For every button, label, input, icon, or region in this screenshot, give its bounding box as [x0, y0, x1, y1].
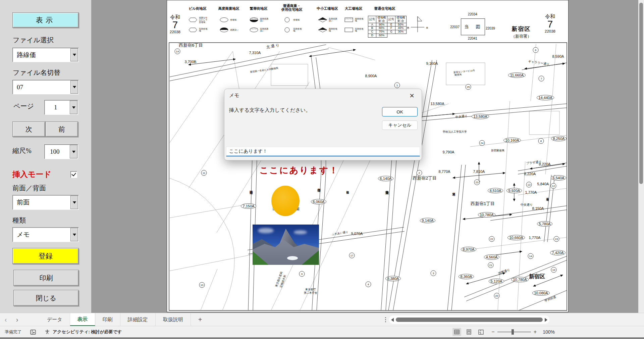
svg-text:1: 1: [396, 84, 398, 87]
display-settings-icon[interactable]: [30, 330, 36, 335]
add-sheet-button[interactable]: +: [191, 313, 210, 326]
ok-button[interactable]: OK: [382, 107, 418, 116]
inserted-ellipse-shape[interactable]: [271, 186, 300, 216]
front-back-dropdown[interactable]: 前面: [12, 195, 79, 210]
inserted-mountain-photo[interactable]: [253, 225, 319, 265]
close-button[interactable]: 閉じる: [13, 290, 79, 306]
file-switch-dropdown[interactable]: 07: [12, 80, 79, 94]
dropdown-arrow-icon[interactable]: [70, 228, 78, 241]
map-label: 4,560A: [486, 255, 498, 259]
file-select-dropdown[interactable]: 路線価: [12, 48, 79, 62]
more-options-icon[interactable]: [383, 313, 388, 326]
map-label: 8,380A: [387, 277, 399, 281]
svg-text:12: 12: [552, 185, 555, 188]
zoom-in-button[interactable]: +: [534, 329, 537, 335]
map-label: 新宿センタービル内: [453, 69, 475, 74]
dropdown-arrow-icon[interactable]: [70, 48, 78, 61]
vertical-scrollbar-thumb[interactable]: [639, 3, 643, 184]
svg-text:15: 15: [555, 238, 558, 241]
cancel-button[interactable]: キャンセル: [382, 120, 418, 130]
accessibility-icon[interactable]: [45, 329, 50, 335]
print-button[interactable]: 印刷: [13, 270, 79, 286]
map-label: 西新宿6丁目: [179, 43, 203, 48]
map-label: 7,420A: [552, 251, 564, 255]
map-page[interactable]: ビル街地区道路を中心として全地域北側全地域高度商業地区全地域道路沿い繁華街地区南…: [167, 0, 569, 312]
dropdown-arrow-icon[interactable]: [70, 81, 78, 94]
kind-label: 種類: [12, 216, 26, 225]
front-back-label: 前面／背面: [12, 184, 46, 193]
map-label: 11,660A: [510, 73, 524, 77]
sheet-tab-2[interactable]: 表示: [70, 313, 95, 326]
map-label: 三番街通り: [546, 196, 549, 201]
vertical-scrollbar[interactable]: [638, 0, 644, 313]
zoom-slider[interactable]: [497, 332, 531, 332]
zoom-slider-thumb[interactable]: [512, 329, 514, 335]
prev-button[interactable]: 前: [45, 122, 78, 137]
svg-text:4: 4: [368, 283, 369, 286]
sheet-tab-bar: ‹ › データ表示印刷詳細設定取扱説明 +: [0, 313, 644, 326]
map-label: 10,780A: [480, 213, 494, 217]
map-label: 10,160A: [505, 138, 520, 142]
dialog-prompt: 挿入する文字を入力してください。: [229, 107, 311, 113]
map-label: 新宿郵便局: [491, 149, 504, 152]
svg-text:9: 9: [301, 273, 303, 276]
normal-view-icon[interactable]: [452, 328, 461, 336]
scale-dropdown[interactable]: 100: [44, 144, 78, 159]
status-bar: 準備完了 アクセシビリティ: 検討が必要です − + 100%: [0, 326, 644, 338]
map-label: 7,310A: [249, 51, 261, 55]
sheet-tab-1[interactable]: データ: [40, 313, 70, 326]
show-button[interactable]: 表示: [12, 12, 79, 28]
scroll-left-icon[interactable]: [391, 318, 394, 322]
next-button[interactable]: 次: [12, 122, 45, 137]
sheet-nav-next-icon[interactable]: ›: [11, 313, 23, 326]
sheet-tab-5[interactable]: 取扱説明: [156, 313, 191, 326]
street-arrows: [189, 50, 565, 286]
svg-text:14: 14: [176, 50, 179, 53]
accessibility-status[interactable]: アクセシビリティ: 検討が必要です: [53, 329, 122, 335]
svg-text:6: 6: [535, 49, 537, 52]
svg-text:10: 10: [201, 284, 204, 287]
map-label: 5,120A: [491, 279, 503, 283]
kind-dropdown[interactable]: メモ: [12, 227, 79, 242]
page-break-preview-icon[interactable]: [477, 328, 485, 336]
map-label: 5,780A: [539, 222, 551, 226]
page-label: ページ: [13, 102, 34, 111]
sheet-tab-4[interactable]: 詳細設定: [120, 313, 156, 326]
page-layout-view-icon[interactable]: [465, 328, 473, 336]
scroll-right-icon[interactable]: [545, 318, 547, 322]
document-canvas: ビル街地区道路を中心として全地域北側全地域高度商業地区全地域道路沿い繁華街地区南…: [91, 0, 638, 313]
insert-mode-checkbox[interactable]: [70, 171, 77, 178]
map-label: 10,660A: [509, 236, 524, 240]
sheet-nav-prev-icon[interactable]: ‹: [0, 313, 11, 326]
register-button[interactable]: 登録: [12, 248, 79, 264]
checkbox-check-icon: [71, 172, 76, 176]
view-and-zoom-controls: − + 100%: [452, 328, 555, 336]
page-dropdown[interactable]: 1: [44, 100, 78, 115]
map-label: ギャラリー通り: [528, 59, 550, 66]
horizontal-scrollbar[interactable]: [389, 316, 549, 324]
svg-text:3: 3: [433, 272, 434, 275]
close-icon[interactable]: ×: [407, 91, 417, 101]
dropdown-arrow-icon[interactable]: [70, 196, 78, 209]
dropdown-arrow-icon[interactable]: [70, 101, 77, 114]
dropdown-arrow-icon[interactable]: [70, 145, 77, 158]
horizontal-scrollbar-thumb[interactable]: [396, 318, 543, 322]
memo-text-input[interactable]: [226, 147, 420, 156]
map-label: 8,590A: [552, 54, 565, 58]
map-label: 6,540A: [553, 176, 565, 180]
map-label: 7,810A: [473, 170, 485, 174]
map-label: 東京都庁: [305, 288, 316, 291]
svg-text:22: 22: [490, 238, 493, 241]
control-sidebar: 表示 ファイル選択 路線価 ファイル名切替 07 ページ 1 次 前 縮尺% 1…: [0, 0, 91, 313]
map-label: ふれあい通り: [332, 230, 348, 236]
svg-text:14: 14: [529, 255, 532, 258]
zoom-level[interactable]: 100%: [539, 329, 555, 335]
zoom-out-button[interactable]: −: [491, 329, 494, 335]
svg-text:23: 23: [476, 181, 479, 184]
inserted-memo-text[interactable]: ここにあります！: [260, 164, 339, 176]
map-label: 東通り: [452, 190, 456, 196]
svg-text:8: 8: [540, 140, 542, 143]
sheet-tab-3[interactable]: 印刷: [95, 313, 120, 326]
kind-value: メモ: [17, 228, 30, 242]
map-label: 9,160A: [426, 61, 438, 65]
